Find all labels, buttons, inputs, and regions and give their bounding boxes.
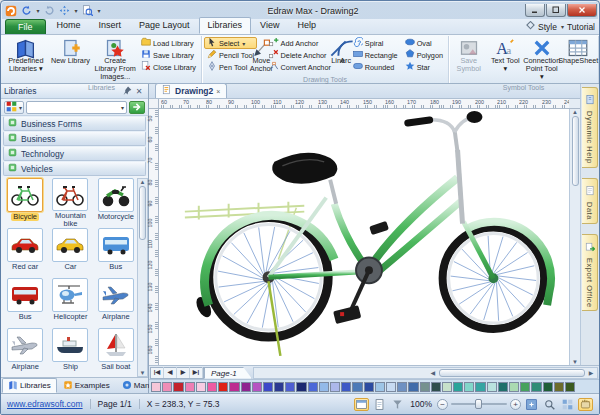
caret-down-icon[interactable]: ▾ [34, 7, 41, 14]
select-button[interactable]: Select▾ [204, 37, 257, 49]
polygon-button[interactable]: Polygon [402, 49, 446, 61]
library-group-vehicles[interactable]: Vehicles [3, 161, 146, 176]
airplane-thumbnail[interactable] [7, 328, 43, 362]
convert-anchor-button[interactable]: Convert Anchor [266, 61, 334, 73]
color-swatch[interactable] [531, 382, 541, 392]
color-swatch[interactable] [464, 382, 474, 392]
library-group-business[interactable]: Business [3, 131, 146, 146]
color-swatch[interactable] [252, 382, 262, 392]
color-swatch[interactable] [498, 382, 508, 392]
scroll-up-icon[interactable]: ▲ [140, 179, 146, 185]
library-group-technology[interactable]: Technology [3, 146, 146, 161]
color-swatch[interactable] [185, 382, 195, 392]
close-library-button[interactable]: Close Library [138, 61, 199, 73]
airplane-thumbnail[interactable] [98, 278, 134, 312]
bus-thumbnail[interactable] [98, 228, 134, 262]
scroll-up-icon[interactable]: ▲ [572, 109, 578, 115]
arc-button[interactable]: Arc [342, 37, 348, 75]
spiral-button[interactable]: Spiral [350, 37, 401, 49]
zoom-region-icon[interactable] [542, 398, 557, 411]
delete-anchor-button[interactable]: Delete Anchor [266, 49, 334, 61]
color-swatch[interactable] [207, 382, 217, 392]
bicycle-drawing[interactable] [159, 109, 569, 365]
create-library-from-images--button[interactable]: Create Library From Images... [93, 37, 137, 83]
library-shape-car[interactable]: Car [49, 228, 91, 278]
dock-tab-data[interactable]: Data [582, 178, 598, 224]
close-button[interactable] [567, 4, 597, 17]
document-tab-close-icon[interactable]: × [216, 88, 220, 95]
color-swatch[interactable] [386, 382, 396, 392]
color-swatch[interactable] [431, 382, 441, 392]
color-swatch[interactable] [554, 382, 564, 392]
move-tool-icon[interactable] [57, 4, 71, 17]
maximize-button[interactable] [546, 4, 566, 17]
edraw-logo-icon[interactable] [4, 4, 18, 17]
tab-help[interactable]: Help [288, 17, 325, 34]
tab-page-layout[interactable]: Page Layout [130, 17, 199, 34]
library-shape-bicycle[interactable]: Bicycle [4, 178, 46, 228]
color-swatch[interactable] [162, 382, 172, 392]
color-swatch[interactable] [543, 382, 553, 392]
color-swatch[interactable] [397, 382, 407, 392]
star-button[interactable]: Star [402, 61, 446, 73]
color-swatch[interactable] [375, 382, 385, 392]
pan-mode-icon[interactable] [578, 398, 593, 411]
new-library-button[interactable]: New Library [49, 37, 93, 83]
save-symbol-button[interactable]: Save Symbol [451, 37, 487, 83]
color-swatch[interactable] [173, 382, 183, 392]
color-swatch[interactable] [296, 382, 306, 392]
nav-prev-icon[interactable]: ◀ [164, 367, 177, 378]
library-shape-motorcycle[interactable]: Motorcycle [95, 178, 137, 228]
canvas-vertical-scrollbar[interactable]: ▲ ▼ [569, 109, 580, 365]
nav-first-icon[interactable]: |◀ [151, 367, 164, 378]
library-shape-ship[interactable]: Ship [49, 328, 91, 377]
panel-tab-examples[interactable]: Examples [57, 378, 116, 393]
funnel-icon[interactable] [390, 398, 405, 411]
view-page-icon[interactable] [372, 398, 387, 411]
view-normal-icon[interactable] [354, 398, 369, 411]
color-swatch[interactable] [341, 382, 351, 392]
zoom-slider-thumb[interactable] [475, 399, 482, 409]
library-shape-mountain-bike[interactable]: Mountain bike [49, 178, 91, 228]
color-swatch[interactable] [229, 382, 239, 392]
redo-icon[interactable] [42, 4, 56, 17]
dock-tab-export-office[interactable]: Export Office [582, 234, 598, 312]
library-filter-button[interactable]: ▾ [4, 101, 24, 114]
library-shape-red-car[interactable]: Red car [4, 228, 46, 278]
color-swatch[interactable] [241, 382, 251, 392]
zoom-slider[interactable] [451, 403, 507, 405]
scroll-left-icon[interactable]: ◀ [427, 369, 439, 376]
color-swatch[interactable] [352, 382, 362, 392]
library-search-go-button[interactable] [129, 101, 145, 114]
shapesheet-button[interactable]: ShapeSheet [561, 37, 597, 83]
bicycle-thumbnail[interactable] [52, 178, 88, 211]
zoom-out-button[interactable]: − [437, 399, 448, 410]
style-button[interactable]: Style [538, 22, 557, 32]
nav-next-icon[interactable]: ▶ [177, 367, 190, 378]
bicycle-thumbnail[interactable] [7, 178, 43, 212]
minimize-button[interactable] [525, 4, 545, 17]
color-swatch[interactable] [285, 382, 295, 392]
library-shape-airplane[interactable]: Airplane [95, 278, 137, 328]
oval-button[interactable]: Oval [402, 37, 446, 49]
fit-window-icon[interactable] [524, 398, 539, 411]
add-anchor-button[interactable]: Add Anchor [266, 37, 334, 49]
load-library-button[interactable]: Load Library [138, 37, 199, 49]
library-shape-sail-boat[interactable]: Sail boat [95, 328, 137, 377]
undo-icon[interactable] [19, 4, 33, 17]
tab-file[interactable]: File [5, 19, 46, 34]
scroll-right-icon[interactable]: ▶ [585, 369, 597, 376]
zoom-doc-icon[interactable] [80, 4, 94, 17]
scrollbar-thumb[interactable] [439, 369, 585, 377]
canvas-horizontal-scrollbar[interactable]: ◀ ▶ [253, 367, 598, 379]
library-shape-bus[interactable]: Bus [95, 228, 137, 278]
tab-libraries[interactable]: Libraries [199, 17, 252, 34]
tutorial-button[interactable]: Tutorial [567, 22, 595, 32]
scrollbar-thumb[interactable] [572, 116, 579, 186]
website-link[interactable]: www.edrawsoft.com [7, 399, 83, 409]
color-swatch[interactable] [151, 382, 161, 392]
color-swatch[interactable] [364, 382, 374, 392]
color-swatch[interactable] [475, 382, 485, 392]
color-swatch[interactable] [565, 382, 575, 392]
page-tab[interactable]: Page-1 [204, 367, 252, 379]
